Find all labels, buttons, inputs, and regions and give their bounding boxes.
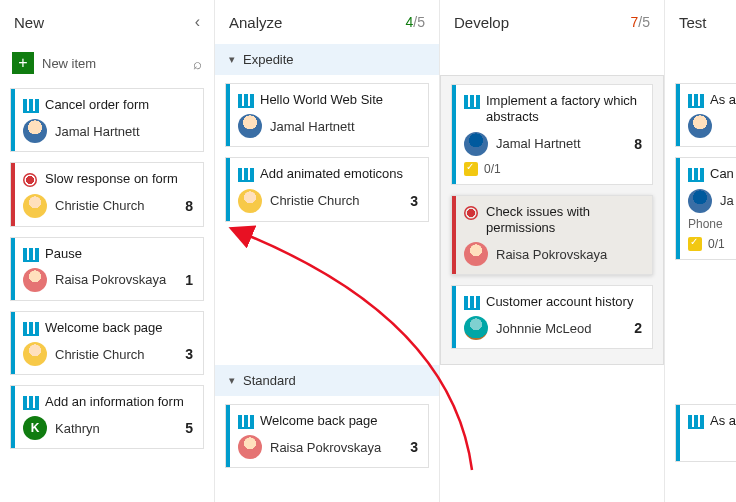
card[interactable]: Add animated emoticons Christie Church3 [225,157,429,221]
swimlane-expedite-body: Hello World Web Site Jamal Hartnett Add … [215,75,439,365]
pbi-icon [238,168,254,182]
new-column-list: Cancel order form Jamal Hartnett Slow re… [0,82,214,465]
swimlane-expedite-body: As a framew Can Ja Phone 0/1 [665,75,736,365]
wip-counter: 7/5 [631,14,650,30]
plus-icon[interactable]: + [12,52,34,74]
wip-counter: 4/5 [406,14,425,30]
column-title: Develop [454,14,509,31]
bug-icon [464,206,480,220]
card[interactable]: Slow response on form Christie Church8 [10,162,204,226]
card[interactable]: Pause Raisa Pokrovskaya1 [10,237,204,301]
card[interactable]: As a framew [675,83,736,147]
swimlane-standard-body [440,396,664,502]
card-tag: Phone [688,217,736,231]
avatar [23,194,47,218]
card[interactable]: Cancel order form Jamal Hartnett [10,88,204,152]
column-analyze: Analyze 4/5 ▾ Expedite Hello World Web S… [215,0,440,502]
swimlane-standard-body: Welcome back page Raisa Pokrovskaya3 [215,396,439,502]
task-icon [688,237,702,251]
card[interactable]: Welcome back page Christie Church3 [10,311,204,375]
column-develop: Develop 7/5 ▾. Implement a factory which… [440,0,665,502]
pbi-icon [688,94,704,108]
avatar [23,119,47,143]
avatar [464,132,488,156]
swimlane-label: Expedite [243,52,294,67]
search-icon[interactable]: ⌕ [193,55,202,72]
card[interactable]: Hello World Web Site Jamal Hartnett [225,83,429,147]
avatar [464,242,488,266]
card-dragging[interactable]: Check issues with permissions Raisa Pokr… [451,195,653,276]
column-header-test: Test [665,0,736,44]
column-header-new: New ‹ [0,0,214,44]
pbi-icon [688,415,704,429]
chevron-left-icon[interactable]: ‹ [195,13,200,31]
pbi-icon [23,322,39,336]
pbi-icon [238,94,254,108]
avatar [238,189,262,213]
new-item-bar[interactable]: + New item ⌕ [0,44,214,82]
bug-icon [23,173,39,187]
pbi-icon [688,168,704,182]
avatar [238,114,262,138]
avatar [23,342,47,366]
avatar [23,268,47,292]
swimlane-expedite-body: Implement a factory which abstracts Jama… [440,75,664,365]
new-item-label: New item [42,56,193,71]
column-header-analyze: Analyze 4/5 [215,0,439,44]
pbi-icon [23,248,39,262]
swimlane-standard-header[interactable]: ▾ Standard [215,365,439,396]
avatar [688,114,712,138]
task-progress: 0/1 [688,237,736,251]
pbi-icon [23,99,39,113]
task-progress: 0/1 [464,162,642,176]
card[interactable]: Welcome back page Raisa Pokrovskaya3 [225,404,429,468]
avatar: K [23,416,47,440]
card[interactable]: Add an information form KKathryn5 [10,385,204,449]
swimlane-expedite-header[interactable]: ▾ Expedite [215,44,439,75]
pbi-icon [464,296,480,310]
chevron-down-icon: ▾ [229,374,235,387]
column-title: New [14,14,44,31]
card[interactable]: Customer account history Johnnie McLeod2 [451,285,653,349]
avatar [238,435,262,459]
card[interactable]: Can Ja Phone 0/1 [675,157,736,259]
task-icon [464,162,478,176]
pbi-icon [238,415,254,429]
column-test: Test ▾. As a framew Can Ja Phone 0/1 ▾. … [665,0,736,502]
column-title: Test [679,14,707,31]
chevron-down-icon: ▾ [229,53,235,66]
card[interactable]: As a numbe [675,404,736,462]
swimlane-standard-body: As a numbe [665,396,736,502]
pbi-icon [464,95,480,109]
column-new: New ‹ + New item ⌕ Cancel order form Jam… [0,0,215,502]
column-title: Analyze [229,14,282,31]
column-header-develop: Develop 7/5 [440,0,664,44]
card[interactable]: Implement a factory which abstracts Jama… [451,84,653,185]
avatar [688,189,712,213]
swimlane-label: Standard [243,373,296,388]
pbi-icon [23,396,39,410]
avatar [464,316,488,340]
